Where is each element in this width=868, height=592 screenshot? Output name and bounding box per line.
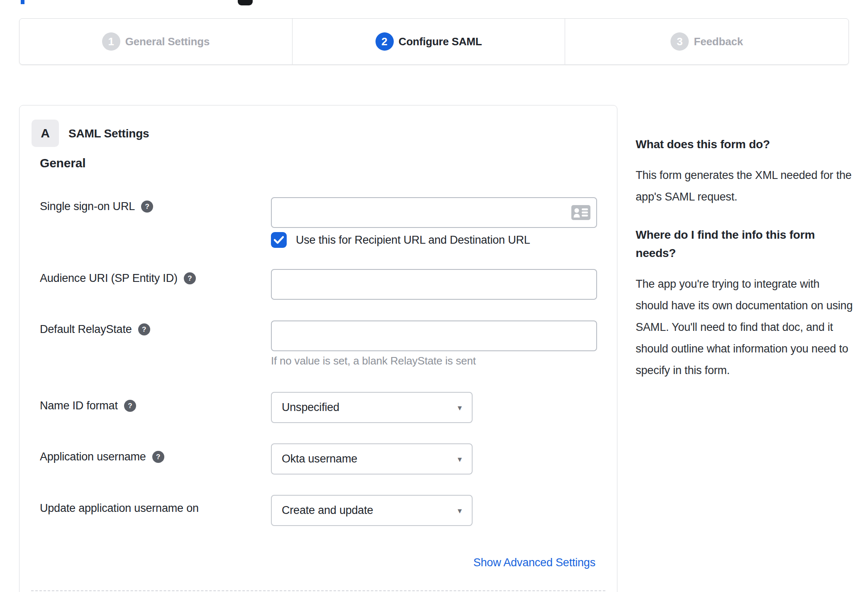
recipient-url-checkbox-row: Use this for Recipient URL and Destinati… [271,232,530,248]
sso-url-label: Single sign-on URL ? [40,200,153,213]
panel-title: SAML Settings [68,127,149,140]
help-section-where: Where do I find the info this form needs… [636,226,853,381]
help-icon[interactable]: ? [141,201,153,213]
sso-url-label-text: Single sign-on URL [40,200,135,213]
audience-uri-input[interactable] [271,269,597,300]
caret-down-icon: ▾ [458,403,462,413]
help-heading-where: Where do I find the info this form needs… [636,226,853,262]
step-feedback[interactable]: 3 Feedback [565,19,848,64]
update-app-username-value: Create and update [282,504,458,517]
help-body-where: The app you're trying to integrate with … [636,273,853,381]
recipient-url-checkbox[interactable] [271,232,287,248]
application-username-label-text: Application username [40,450,146,463]
application-username-label: Application username ? [40,450,164,463]
step-general-settings[interactable]: 1 General Settings [20,19,292,64]
audience-uri-label-text: Audience URI (SP Entity ID) [40,272,178,285]
show-advanced-settings-link[interactable]: Show Advanced Settings [271,556,595,569]
help-sidebar: What does this form do? This form genera… [636,135,853,381]
checkmark-icon [274,236,284,244]
recipient-url-checkbox-label: Use this for Recipient URL and Destinati… [296,234,530,247]
step-2-label: Configure SAML [399,35,482,48]
update-app-username-label: Update application username on [40,502,199,515]
caret-down-icon: ▾ [458,506,462,516]
help-icon[interactable]: ? [152,451,164,463]
help-section-what: What does this form do? This form genera… [636,135,853,208]
saml-settings-panel: A SAML Settings General Single sign-on U… [19,105,617,592]
step-3-circle: 3 [671,32,689,51]
name-id-format-dropdown[interactable]: Unspecified ▾ [271,392,473,423]
wizard-stepper: 1 General Settings 2 Configure SAML 3 Fe… [19,18,849,65]
help-heading-what: What does this form do? [636,135,853,154]
contact-card-icon [571,205,590,220]
clipped-link-fragment [21,0,24,4]
section-a-badge: A [32,120,59,147]
step-1-label: General Settings [125,35,210,48]
name-id-format-label-text: Name ID format [40,399,118,412]
application-username-value: Okta username [282,453,458,465]
default-relaystate-label: Default RelayState ? [40,323,150,336]
help-body-what: This form generates the XML needed for t… [636,164,853,208]
audience-uri-label: Audience URI (SP Entity ID) ? [40,272,196,285]
step-configure-saml[interactable]: 2 Configure SAML [292,19,565,64]
step-3-label: Feedback [694,35,743,48]
step-1-circle: 1 [102,32,120,51]
default-relaystate-label-text: Default RelayState [40,323,132,336]
help-icon[interactable]: ? [184,272,196,284]
step-2-circle: 2 [375,32,394,51]
help-icon[interactable]: ? [138,323,150,335]
help-icon[interactable]: ? [124,400,136,412]
caret-down-icon: ▾ [458,454,462,464]
name-id-format-label: Name ID format ? [40,399,136,412]
name-id-format-value: Unspecified [282,401,458,414]
clipped-icon-fragment [238,0,253,5]
application-username-dropdown[interactable]: Okta username ▾ [271,443,473,475]
sso-url-input[interactable] [271,197,597,228]
update-app-username-label-text: Update application username on [40,502,199,515]
relaystate-helper-text: If no value is set, a blank RelayState i… [271,355,476,367]
section-divider [31,590,605,591]
default-relaystate-input[interactable] [271,320,597,351]
update-app-username-dropdown[interactable]: Create and update ▾ [271,495,473,526]
page: 1 General Settings 2 Configure SAML 3 Fe… [0,0,868,592]
general-section-title: General [40,156,85,170]
sso-url-input-wrap [271,197,597,228]
